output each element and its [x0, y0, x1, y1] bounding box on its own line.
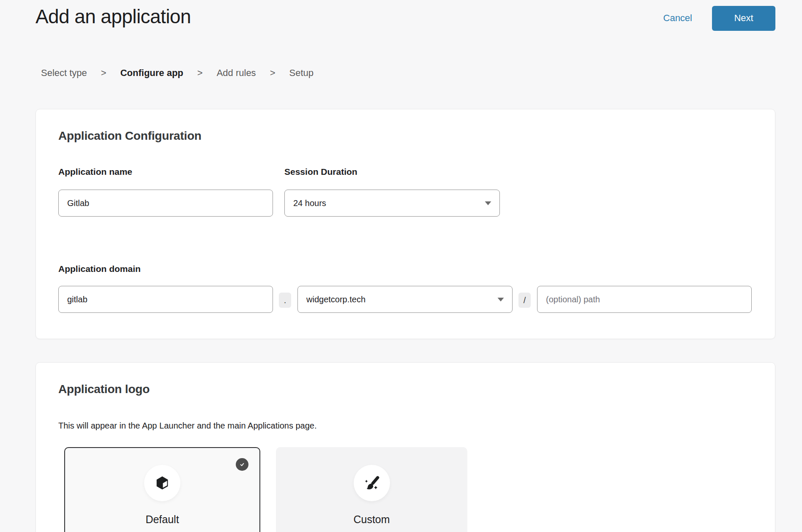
- session-duration-label: Session Duration: [284, 167, 357, 177]
- dot-separator: .: [279, 293, 291, 308]
- application-domain-label: Application domain: [58, 264, 141, 274]
- chevron-down-icon: [484, 201, 492, 206]
- page-title: Add an application: [35, 5, 191, 28]
- subdomain-input[interactable]: [58, 286, 273, 313]
- default-logo-circle: [144, 465, 180, 501]
- domain-select-value: widgetcorp.tech: [306, 295, 366, 304]
- application-configuration-heading: Application Configuration: [58, 129, 202, 143]
- logo-option-default[interactable]: Default: [64, 447, 260, 532]
- breadcrumb-step-select-type[interactable]: Select type: [41, 68, 87, 79]
- chevron-down-icon: [497, 297, 505, 302]
- session-duration-value: 24 hours: [293, 198, 326, 208]
- custom-logo-circle: [354, 465, 390, 501]
- header-actions: Cancel Next: [663, 0, 775, 36]
- logo-option-custom-label: Custom: [276, 513, 467, 526]
- logo-option-default-label: Default: [65, 513, 259, 526]
- application-logo-card: Application logo This will appear in the…: [35, 362, 775, 532]
- application-name-label: Application name: [58, 167, 132, 177]
- check-icon: [239, 461, 246, 468]
- path-input[interactable]: [537, 286, 752, 313]
- slash-separator: /: [518, 293, 531, 308]
- application-logo-description: This will appear in the App Launcher and…: [58, 421, 317, 431]
- logo-option-custom[interactable]: Custom: [276, 447, 467, 532]
- breadcrumb: Select type > Configure app > Add rules …: [41, 68, 314, 79]
- application-configuration-card: Application Configuration Application na…: [35, 109, 775, 339]
- cube-icon: [154, 475, 171, 491]
- breadcrumb-step-setup[interactable]: Setup: [289, 68, 314, 79]
- breadcrumb-step-configure-app[interactable]: Configure app: [120, 68, 183, 79]
- breadcrumb-step-add-rules[interactable]: Add rules: [217, 68, 256, 79]
- breadcrumb-separator: >: [197, 68, 203, 79]
- cancel-button[interactable]: Cancel: [663, 13, 692, 24]
- selected-check-badge: [236, 458, 248, 471]
- session-duration-select[interactable]: 24 hours: [284, 190, 500, 217]
- application-name-input[interactable]: [58, 190, 273, 217]
- breadcrumb-separator: >: [270, 68, 276, 79]
- paintbrush-icon: [362, 473, 382, 493]
- domain-select[interactable]: widgetcorp.tech: [297, 286, 513, 313]
- breadcrumb-separator: >: [101, 68, 106, 79]
- application-logo-heading: Application logo: [58, 383, 150, 396]
- next-button[interactable]: Next: [712, 6, 775, 31]
- logo-option-tiles: Default Custom: [64, 447, 467, 532]
